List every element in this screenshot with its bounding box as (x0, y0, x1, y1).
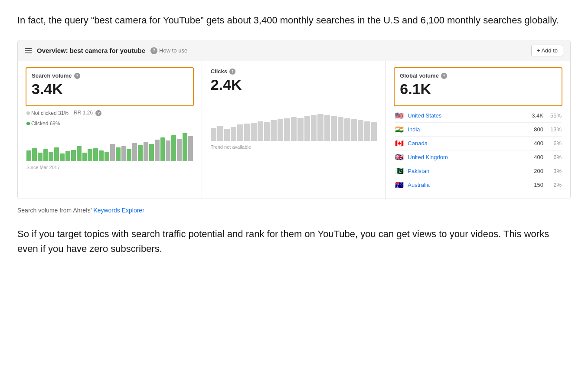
clicks-panel: Clicks ? 2.4K Trend not available (202, 61, 386, 199)
search-volume-highlight: Search volume ? 3.4K (26, 67, 194, 106)
country-name[interactable]: Australia (408, 182, 528, 188)
trend-bar (231, 127, 236, 141)
bar (65, 151, 70, 161)
country-name[interactable]: United Kingdom (408, 154, 528, 160)
trend-bar (351, 119, 357, 141)
search-volume-info-icon[interactable]: ? (74, 73, 80, 79)
trend-bar (371, 122, 377, 141)
global-volume-label: Global volume ? (400, 72, 556, 79)
bar (88, 149, 92, 161)
clicks-label: Clicks ? (211, 68, 377, 75)
country-row: 🇦🇺Australia1502% (395, 178, 562, 192)
trend-bar (324, 115, 330, 141)
country-pct: 2% (549, 182, 562, 188)
country-volume: 800 (528, 126, 543, 133)
trend-bar (331, 116, 336, 141)
bar (183, 133, 187, 161)
bar (60, 153, 65, 161)
since-label: Since Mar 2017 (26, 165, 193, 170)
trend-bar (304, 116, 310, 141)
clicked-stat-row: Clicked 69% (26, 121, 193, 127)
trend-bar (217, 126, 223, 141)
trend-bar (251, 123, 256, 141)
trend-bar (311, 115, 317, 141)
country-row: 🇨🇦Canada4006% (395, 137, 562, 150)
trend-label: Trend not available (211, 144, 377, 150)
country-volume: 400 (528, 154, 543, 160)
bar (49, 152, 53, 161)
trend-bar (364, 121, 370, 141)
country-flag: 🇺🇸 (395, 111, 404, 120)
bar (149, 144, 154, 161)
bar (99, 150, 104, 161)
trend-bar (284, 118, 290, 141)
trend-bar (297, 118, 303, 141)
header-left: Overview: best camera for youtube ? How … (25, 47, 187, 54)
global-volume-info-icon[interactable]: ? (441, 73, 447, 79)
bar (127, 149, 131, 161)
clicks-info-icon[interactable]: ? (229, 69, 235, 75)
country-volume: 400 (528, 140, 543, 147)
how-to-use-link[interactable]: ? How to use (150, 47, 187, 54)
bar (32, 148, 37, 161)
country-flag: 🇮🇳 (395, 125, 404, 134)
bar (82, 153, 87, 161)
clicks-value: 2.4K (211, 76, 377, 93)
bar (116, 147, 121, 161)
global-volume-value: 6.1K (400, 81, 556, 98)
widget-header: Overview: best camera for youtube ? How … (18, 40, 570, 61)
trend-bar (338, 117, 343, 141)
bar (166, 140, 170, 161)
widget-panels: Search volume ? 3.4K Not clicked 31% RR … (18, 61, 570, 199)
country-row: 🇮🇳India80013% (395, 123, 562, 137)
trend-bar (224, 129, 230, 141)
outro-paragraph: So if you target topics with search traf… (17, 227, 571, 256)
trend-bar (271, 120, 276, 141)
country-flag: 🇨🇦 (395, 139, 404, 147)
keywords-explorer-link[interactable]: Keywords Explorer (93, 207, 144, 214)
clicks-trend-chart (211, 111, 377, 141)
bar (177, 139, 182, 161)
trend-bar (244, 124, 250, 141)
bar (188, 136, 193, 161)
bar (171, 135, 176, 161)
add-to-button[interactable]: + Add to (531, 45, 563, 56)
country-row: 🇵🇰Pakistan2003% (395, 164, 562, 178)
country-volume: 3.4K (528, 112, 543, 119)
country-pct: 55% (549, 112, 562, 119)
country-name[interactable]: Canada (408, 140, 528, 147)
search-volume-panel: Search volume ? 3.4K Not clicked 31% RR … (18, 61, 202, 199)
trend-bar (291, 117, 297, 141)
country-pct: 3% (549, 168, 562, 174)
trend-bar (237, 124, 243, 141)
hamburger-icon[interactable] (25, 48, 32, 53)
bar (144, 142, 148, 161)
trend-bar (317, 114, 323, 141)
country-volume: 200 (528, 168, 543, 174)
intro-paragraph: In fact, the query “best camera for YouT… (17, 13, 571, 28)
country-name[interactable]: United States (408, 112, 528, 119)
country-name[interactable]: India (408, 126, 528, 133)
bar (155, 140, 160, 161)
not-clicked-stat: Not clicked 31% (26, 110, 69, 116)
trend-bar (358, 120, 363, 141)
bar (132, 143, 137, 161)
bar (38, 153, 42, 161)
country-pct: 13% (549, 126, 562, 133)
country-flag: 🇬🇧 (395, 153, 404, 161)
rr-info-icon[interactable]: ? (95, 110, 101, 116)
country-list: 🇺🇸United States3.4K55%🇮🇳India80013%🇨🇦Can… (395, 109, 562, 192)
trend-bar (258, 121, 263, 141)
rr-value: RR 1.26 ? (74, 110, 101, 116)
panel-stats: Not clicked 31% RR 1.26 ? (26, 110, 193, 116)
widget-title: Overview: best camera for youtube (37, 47, 145, 54)
help-icon: ? (150, 47, 157, 54)
trend-bar (344, 118, 350, 141)
country-volume: 150 (528, 182, 543, 188)
country-name[interactable]: Pakistan (408, 168, 528, 174)
bar (43, 149, 48, 161)
search-volume-value: 3.4K (32, 81, 188, 98)
trend-bar (211, 128, 216, 141)
trend-bar (264, 122, 270, 141)
bar (77, 146, 82, 161)
